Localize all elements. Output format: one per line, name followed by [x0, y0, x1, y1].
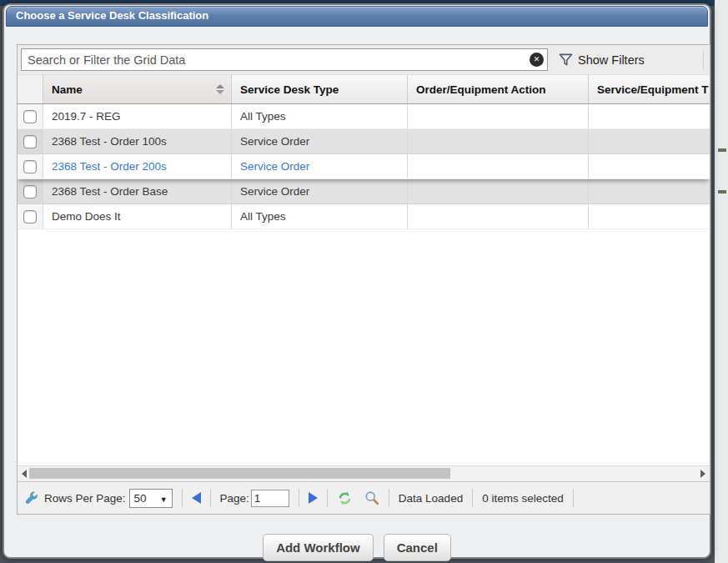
background-artifact [718, 148, 726, 152]
header-service-desk-type-label: Service Desk Type [240, 83, 339, 96]
cell-order-equipment-action [408, 154, 589, 178]
header-service-equipment-type-label: Service/Equipment T [597, 83, 709, 96]
cell-service-equipment-type [589, 104, 710, 128]
table-row[interactable]: 2368 Test - Order Base Service Order [18, 179, 710, 204]
cell-name: 2368 Test - Order 200s [43, 154, 232, 178]
table-row[interactable]: 2368 Test - Order 100s Service Order [18, 129, 710, 154]
cell-service-equipment-type [589, 154, 710, 178]
pager-separator [182, 489, 183, 507]
cell-order-equipment-action [408, 104, 589, 128]
rows-per-page-select[interactable]: 50 [129, 489, 173, 508]
refresh-icon[interactable] [337, 490, 353, 506]
service-desk-classification-dialog: Choose a Service Desk Classification Sho… [3, 3, 711, 559]
cell-service-equipment-type [589, 204, 710, 229]
rows-per-page-label: Rows Per Page: [44, 492, 126, 505]
header-checkbox-column [18, 75, 43, 103]
checkbox-cell [18, 179, 43, 204]
header-service-equipment-type[interactable]: Service/Equipment T [589, 75, 710, 103]
dialog-titlebar: Choose a Service Desk Classification [6, 6, 708, 27]
grid-panel: Show Filters Name Service Desk Type Orde… [17, 44, 710, 515]
pager-separator [210, 489, 211, 507]
horizontal-scrollbar[interactable] [18, 465, 710, 481]
quick-search-magnifier-icon[interactable] [364, 490, 379, 505]
row-checkbox[interactable] [23, 185, 37, 199]
cell-service-equipment-type [589, 179, 710, 204]
cell-order-equipment-action [408, 204, 589, 229]
cell-name: Demo Does It [43, 204, 232, 229]
pager-bar: Rows Per Page: 50 Page: [18, 481, 710, 514]
cell-service-desk-type: Service Order [232, 179, 408, 204]
table-row[interactable]: Demo Does It All Types [18, 204, 710, 229]
cell-service-desk-type: Service Order [232, 129, 408, 153]
header-name[interactable]: Name [43, 75, 232, 103]
row-checkbox[interactable] [23, 210, 37, 224]
rows-per-page-value: 50 [134, 492, 147, 505]
cell-service-equipment-type [589, 129, 710, 153]
checkbox-cell [18, 204, 43, 229]
clear-search-icon[interactable] [530, 53, 544, 67]
checkbox-cell [18, 129, 43, 153]
header-order-equipment-action[interactable]: Order/Equipment Action [408, 75, 589, 103]
grid-settings-wrench-icon[interactable] [24, 490, 39, 505]
page-label: Page: [220, 492, 249, 505]
row-checkbox[interactable] [23, 110, 37, 123]
dialog-button-row: Add Workflow Cancel [4, 534, 710, 561]
search-input[interactable] [21, 48, 548, 71]
toolbar-separator [703, 51, 704, 69]
cell-service-desk-type: All Types [232, 104, 408, 128]
header-service-desk-type[interactable]: Service Desk Type [232, 75, 408, 103]
header-name-label: Name [52, 83, 83, 96]
scrollbar-thumb[interactable] [29, 468, 450, 479]
cell-order-equipment-action [408, 129, 589, 153]
grid-body: 2019.7 - REG All Types 2368 Test - Order… [18, 104, 710, 465]
cell-order-equipment-action [408, 179, 589, 204]
previous-page-icon[interactable] [192, 492, 201, 504]
page-number-input[interactable] [251, 490, 289, 507]
checkbox-cell [18, 154, 43, 178]
items-selected-status: 0 items selected [482, 492, 564, 505]
cell-name: 2019.7 - REG [43, 104, 232, 128]
header-order-equipment-action-label: Order/Equipment Action [416, 83, 546, 96]
cell-service-desk-type: All Types [232, 204, 408, 229]
row-checkbox[interactable] [23, 135, 37, 148]
sort-icon[interactable] [216, 84, 224, 94]
scroll-right-arrow-icon[interactable] [700, 470, 705, 478]
filter-funnel-icon[interactable] [558, 52, 574, 68]
background-artifact [718, 190, 726, 194]
table-row[interactable]: 2019.7 - REG All Types [18, 104, 710, 129]
pager-separator [573, 489, 574, 507]
add-workflow-button[interactable]: Add Workflow [263, 534, 374, 561]
pager-separator [299, 489, 299, 507]
grid-empty-area [18, 229, 710, 465]
show-filters-button[interactable]: Show Filters [578, 53, 645, 67]
dialog-title: Choose a Service Desk Classification [16, 9, 208, 22]
scroll-left-arrow-icon[interactable] [22, 470, 27, 478]
next-page-icon[interactable] [309, 492, 318, 504]
cell-service-desk-type: Service Order [232, 154, 408, 178]
row-checkbox[interactable] [23, 160, 37, 173]
search-wrap [21, 48, 548, 71]
table-row-highlighted[interactable]: 2368 Test - Order 200s Service Order [18, 154, 710, 179]
cell-name: 2368 Test - Order Base [43, 179, 232, 204]
grid-toolbar: Show Filters [18, 45, 710, 75]
cell-name: 2368 Test - Order 100s [43, 129, 232, 153]
dropdown-arrow-icon [160, 492, 168, 505]
data-loaded-status: Data Loaded [399, 492, 463, 505]
grid-header-row: Name Service Desk Type Order/Equipment A… [18, 75, 710, 104]
checkbox-cell [18, 104, 43, 128]
page-background-right [715, 0, 728, 563]
pager-separator [389, 489, 389, 507]
pager-separator [327, 489, 328, 507]
cancel-button[interactable]: Cancel [384, 534, 451, 561]
pager-separator [472, 489, 473, 507]
